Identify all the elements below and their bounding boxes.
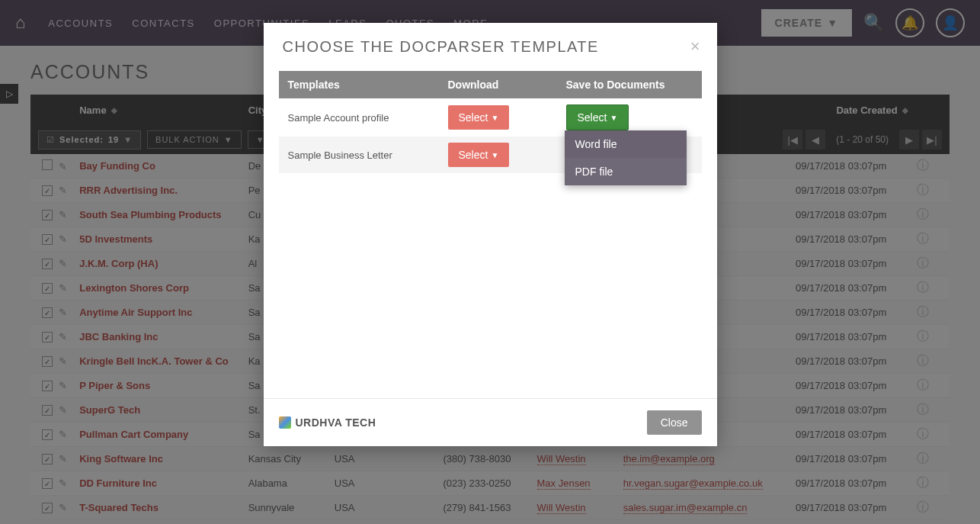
dropdown-pdf-file[interactable]: PDF file xyxy=(565,158,687,185)
close-button[interactable]: Close xyxy=(647,410,702,435)
vendor-logo: URDHVA TECH xyxy=(279,416,376,429)
logo-mark-icon xyxy=(279,416,291,429)
th-download: Download xyxy=(448,79,566,91)
modal-footer: URDHVA TECH Close xyxy=(264,398,717,446)
download-select-button[interactable]: Select▼ xyxy=(448,143,510,167)
select-label: Select xyxy=(459,149,488,161)
logo-text: URDHVA TECH xyxy=(296,416,376,429)
th-templates: Templates xyxy=(288,79,448,91)
template-row: Sample Business Letter Select▼ Word file… xyxy=(279,137,702,173)
caret-down-icon: ▼ xyxy=(491,151,498,159)
caret-down-icon: ▼ xyxy=(610,114,617,122)
close-icon[interactable]: × xyxy=(690,37,700,56)
select-label: Select xyxy=(578,111,607,124)
caret-down-icon: ▼ xyxy=(491,114,498,122)
save-select-button[interactable]: Select▼ xyxy=(566,104,629,130)
download-select-button[interactable]: Select▼ xyxy=(448,105,510,130)
template-name: Sample Business Letter xyxy=(288,149,448,161)
select-label: Select xyxy=(459,111,488,124)
template-name: Sample Account profile xyxy=(288,112,448,124)
modal-overlay: × CHOOSE THE DOCPARSER TEMPLATE Template… xyxy=(0,0,980,524)
template-header: Templates Download Save to Documents xyxy=(279,71,702,98)
th-save: Save to Documents xyxy=(566,79,693,91)
save-dropdown: Word file PDF file xyxy=(565,130,687,185)
dropdown-word-file[interactable]: Word file xyxy=(565,130,687,158)
modal-body: Templates Download Save to Documents Sam… xyxy=(264,71,717,398)
modal: × CHOOSE THE DOCPARSER TEMPLATE Template… xyxy=(264,23,717,446)
modal-title: CHOOSE THE DOCPARSER TEMPLATE xyxy=(264,23,717,71)
dropdown-pdf-label: PDF file xyxy=(575,166,613,178)
